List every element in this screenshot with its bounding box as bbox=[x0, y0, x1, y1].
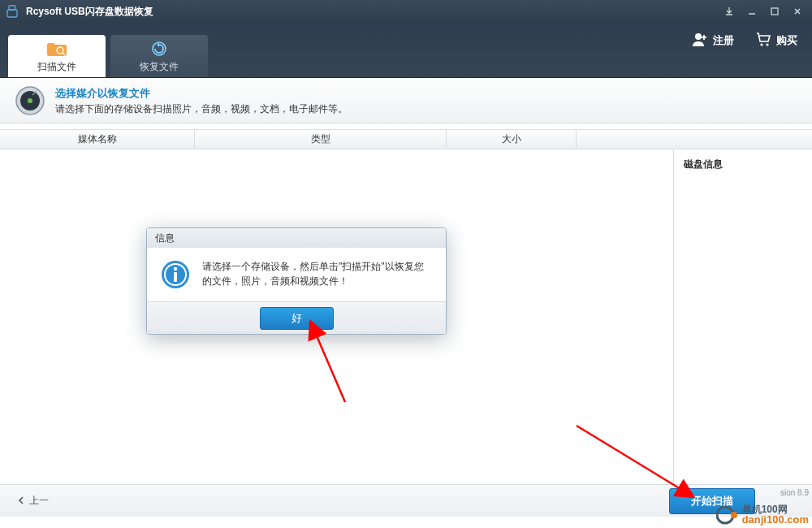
app-icon bbox=[6, 5, 19, 18]
column-type[interactable]: 类型 bbox=[195, 130, 447, 149]
window-titlebar: Rcysoft USB闪存盘数据恢复 bbox=[0, 0, 812, 23]
spacer bbox=[0, 123, 812, 130]
dialog-message: 请选择一个存储设备，然后单击"扫描开始"以恢复您的文件，照片，音频和视频文件！ bbox=[202, 259, 433, 288]
column-spacer bbox=[577, 130, 812, 149]
buy-button[interactable]: 购买 bbox=[755, 31, 797, 50]
dialog-body: 请选择一个存储设备，然后单击"扫描开始"以恢复您的文件，照片，音频和视频文件！ bbox=[147, 248, 446, 301]
svg-rect-1 bbox=[7, 10, 17, 17]
footer-bar: 上一 开始扫描 bbox=[0, 484, 812, 517]
chevron-left-icon bbox=[18, 496, 26, 507]
media-disc-icon bbox=[15, 85, 45, 116]
tab-strip: 扫描文件 恢复文件 bbox=[8, 35, 208, 77]
svg-rect-0 bbox=[9, 6, 15, 10]
disk-info-panel: 磁盘信息 bbox=[674, 149, 812, 484]
folder-search-icon bbox=[45, 40, 68, 58]
buy-label: 购买 bbox=[776, 33, 797, 48]
cart-icon bbox=[755, 31, 771, 50]
table-header: 媒体名称 类型 大小 bbox=[0, 130, 812, 149]
tab-recover-files[interactable]: 恢复文件 bbox=[110, 35, 208, 77]
window-title: Rcysoft USB闪存盘数据恢复 bbox=[26, 5, 718, 19]
dialog-ok-button[interactable]: 好 bbox=[260, 307, 334, 330]
watermark: 单机100网 danji100.com bbox=[716, 504, 809, 526]
svg-point-17 bbox=[731, 512, 737, 518]
minimize-button[interactable] bbox=[741, 2, 763, 20]
instruction-texts: 选择媒介以恢复文件 请选择下面的存储设备扫描照片，音频，视频，文档，电子邮件等。 bbox=[55, 86, 348, 116]
dialog-footer: 好 bbox=[147, 301, 446, 334]
tab-scan-files[interactable]: 扫描文件 bbox=[8, 35, 106, 77]
column-media-name[interactable]: 媒体名称 bbox=[0, 130, 195, 149]
tab-recover-label: 恢复文件 bbox=[140, 61, 179, 72]
register-button[interactable]: 注册 bbox=[692, 31, 734, 50]
instruction-subtext: 请选择下面的存储设备扫描照片，音频，视频，文档，电子邮件等。 bbox=[55, 102, 348, 116]
watermark-logo-icon bbox=[716, 504, 739, 526]
download-button[interactable] bbox=[718, 2, 741, 20]
svg-point-6 bbox=[760, 43, 762, 45]
instruction-headline: 选择媒介以恢复文件 bbox=[55, 86, 348, 101]
recover-icon bbox=[148, 40, 171, 58]
tab-scan-label: 扫描文件 bbox=[37, 61, 76, 72]
svg-point-7 bbox=[766, 43, 768, 45]
svg-point-15 bbox=[174, 267, 177, 270]
window-controls bbox=[718, 2, 809, 20]
disk-info-title: 磁盘信息 bbox=[684, 158, 802, 171]
maximize-button[interactable] bbox=[763, 2, 786, 20]
watermark-domain: danji100.com bbox=[742, 513, 809, 526]
svg-rect-14 bbox=[174, 272, 177, 282]
back-button[interactable]: 上一 bbox=[18, 494, 49, 508]
svg-point-5 bbox=[695, 33, 702, 40]
dialog-title: 信息 bbox=[147, 228, 446, 248]
watermark-text: 单机100网 danji100.com bbox=[742, 504, 809, 526]
info-icon bbox=[160, 259, 191, 290]
instruction-bar: 选择媒介以恢复文件 请选择下面的存储设备扫描照片，音频，视频，文档，电子邮件等。 bbox=[0, 78, 812, 123]
back-label: 上一 bbox=[29, 494, 49, 508]
svg-rect-2 bbox=[771, 8, 778, 15]
version-text: sion 8.9 bbox=[780, 488, 809, 497]
top-actions: 注册 购买 bbox=[692, 31, 797, 50]
close-button[interactable] bbox=[786, 2, 809, 20]
info-dialog: 信息 请选择一个存储设备，然后单击"扫描开始"以恢复您的文件，照片，音频和视频文… bbox=[146, 227, 447, 335]
column-size[interactable]: 大小 bbox=[447, 130, 577, 149]
top-bar: 扫描文件 恢复文件 注册 购买 bbox=[0, 23, 812, 78]
user-plus-icon bbox=[692, 31, 708, 50]
register-label: 注册 bbox=[713, 33, 734, 48]
svg-point-10 bbox=[28, 98, 32, 103]
